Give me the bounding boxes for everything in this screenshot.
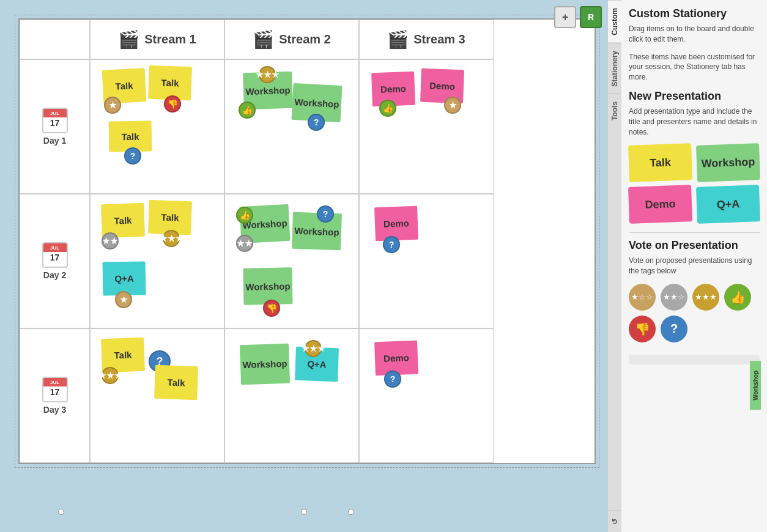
resize-handle-br[interactable] — [348, 509, 354, 515]
demo-sticky-4[interactable]: Demo — [374, 341, 418, 375]
film-icon-2: 🎬 — [253, 29, 274, 50]
cell-day3-stream3[interactable]: Demo ? — [359, 328, 494, 463]
cell-day1-stream3[interactable]: Demo 👍 Demo ★ — [359, 59, 494, 194]
calendar-num-day3: 17 — [50, 388, 60, 396]
calendar-num-day2: 17 — [50, 253, 60, 262]
stars1-badge-2[interactable]: ★ — [444, 97, 461, 114]
vote-badge-thumbdown[interactable]: 👎 — [629, 316, 656, 342]
stream-1-header: 🎬 Stream 1 — [90, 20, 224, 59]
question-badge-1[interactable]: ? — [124, 147, 141, 164]
cell-day1-stream1[interactable]: Talk ★ Talk 👎 Talk ? — [90, 59, 224, 194]
vote-badge-2star[interactable]: ★★☆ — [661, 284, 687, 311]
resize-handle-bc[interactable] — [301, 509, 307, 515]
vote-badge-1star[interactable]: ★☆☆ — [629, 284, 656, 311]
day-3-label: Day 3 — [43, 405, 66, 415]
new-presentation-desc: Add presentation type and include the ti… — [629, 106, 760, 137]
stream-2-label: Stream 2 — [279, 32, 331, 46]
stream-3-header: 🎬 Stream 3 — [359, 20, 494, 59]
board-area: + R 🎬 Stream 1 🎬 Stream 2 🎬 Stream 3 JUL… — [0, 0, 608, 532]
cell-day1-stream2[interactable]: Workshop ★★★ 👍 Workshop ? — [224, 59, 359, 194]
vote-badge-thumbup[interactable]: 👍 — [724, 284, 751, 311]
thumbup-badge-1[interactable]: 👍 — [239, 102, 256, 119]
toolbar: + R — [554, 6, 602, 28]
day-1-cell: JUL 17 Day 1 — [20, 59, 90, 194]
stationery-grid: Talk Workshop Demo Q+A — [629, 144, 760, 223]
day-3-cell: JUL 17 Day 3 — [20, 328, 90, 463]
day-2-cell: JUL 17 Day 2 — [20, 194, 90, 328]
stars-badge-1[interactable]: ★ — [104, 97, 121, 114]
talk-sticky-7[interactable]: Talk — [154, 365, 198, 400]
new-presentation-title: New Presentation — [629, 90, 760, 103]
calendar-month-day2: JUL — [43, 243, 67, 252]
day-1-label: Day 1 — [43, 136, 66, 146]
workshop-sticky-4[interactable]: Workshop — [292, 212, 342, 251]
stationery-demo[interactable]: Demo — [628, 185, 692, 224]
vote-badge-3star[interactable]: ★★★ — [692, 284, 719, 311]
resize-handle-bl[interactable] — [58, 509, 64, 515]
tab-stationery[interactable]: Stationery — [608, 43, 621, 94]
cell-day2-stream2[interactable]: Workshop 👍 ★★ Workshop ? Workshop 👎 — [224, 194, 359, 328]
sidebar-content: Custom Stationery Drag items on to the b… — [621, 0, 767, 532]
workshop-side-label: Workshop — [750, 361, 761, 410]
vote-title: Vote on Presentation — [629, 239, 760, 252]
day-2-label: Day 2 — [43, 270, 66, 280]
stationery-talk[interactable]: Talk — [628, 144, 692, 183]
calendar-icon-day2: JUL 17 — [42, 242, 68, 268]
custom-stationery-desc2: These items have been customised for you… — [629, 52, 760, 83]
cell-day2-stream1[interactable]: Talk ★★ Talk ★★★ Q+A ★ — [90, 194, 224, 328]
vote-badges-container: ★☆☆ ★★☆ ★★★ 👍 👎 ? — [629, 284, 760, 342]
custom-stationery-title: Custom Stationery — [629, 7, 760, 20]
thumbdown-badge-1[interactable]: 👎 — [164, 95, 181, 113]
tab-custom[interactable]: Custom — [608, 0, 621, 43]
question-badge-2[interactable]: ? — [308, 114, 325, 131]
demo-sticky-3[interactable]: Demo — [374, 206, 418, 241]
stars3-badge-2[interactable]: ★★★ — [163, 230, 180, 247]
stars3-badge-1[interactable]: ★★★ — [259, 66, 276, 83]
tab-undo[interactable]: ↺ — [608, 511, 621, 532]
workshop-sticky-5[interactable]: Workshop — [243, 267, 292, 305]
calendar-month-day1: JUL — [43, 109, 67, 117]
stars2-badge-2[interactable]: ★★ — [236, 235, 253, 252]
thumbup-badge-3[interactable]: 👍 — [236, 207, 253, 224]
question-badge-6[interactable]: ? — [384, 371, 401, 388]
stationery-workshop[interactable]: Workshop — [696, 144, 760, 183]
calendar-num-day1: 17 — [50, 119, 60, 127]
stars3-badge-4[interactable]: ★★★ — [305, 340, 322, 357]
right-sidebar: Custom Stationery Tools ↺ Custom Station… — [608, 0, 767, 532]
cell-day3-stream2[interactable]: Workshop Q+A ★★★ — [224, 328, 359, 463]
corner-cell — [20, 20, 90, 59]
cell-day2-stream3[interactable]: Demo ? — [359, 194, 494, 328]
stationery-qa[interactable]: Q+A — [696, 185, 760, 224]
tab-tools[interactable]: Tools — [608, 94, 621, 128]
reset-button[interactable]: R — [580, 6, 602, 28]
calendar-icon-day3: JUL 17 — [42, 377, 68, 402]
workshop-note: Workshop — [629, 355, 760, 364]
stream-3-label: Stream 3 — [413, 32, 465, 46]
thumbup-badge-2[interactable]: 👍 — [379, 100, 396, 117]
cell-day3-stream1[interactable]: Talk ★★★ ? Talk — [90, 328, 224, 463]
sidebar-divider — [629, 232, 760, 233]
question-badge-4[interactable]: ? — [383, 236, 400, 253]
question-badge-3[interactable]: ? — [317, 205, 334, 223]
calendar-icon-day1: JUL 17 — [42, 108, 68, 133]
film-icon-1: 🎬 — [118, 29, 139, 50]
vote-badge-question[interactable]: ? — [661, 316, 687, 342]
stars3-badge-3[interactable]: ★★★ — [102, 367, 119, 384]
workshop-sticky-6[interactable]: Workshop — [240, 344, 290, 385]
vote-desc: Vote on proposed presentations using the… — [629, 256, 760, 276]
custom-stationery-desc1: Drag items on to the board and double cl… — [629, 24, 760, 45]
film-icon-3: 🎬 — [387, 29, 409, 50]
stars2-badge-1[interactable]: ★★ — [102, 232, 119, 249]
add-button[interactable]: + — [554, 6, 576, 28]
stars1-badge-3[interactable]: ★ — [115, 291, 132, 308]
calendar-month-day3: JUL — [43, 378, 67, 386]
thumbdown-badge-2[interactable]: 👎 — [263, 300, 280, 317]
stream-2-header: 🎬 Stream 2 — [224, 20, 359, 59]
side-tabs: Custom Stationery Tools ↺ — [608, 0, 621, 532]
schedule-grid: 🎬 Stream 1 🎬 Stream 2 🎬 Stream 3 JUL 17 … — [18, 18, 596, 464]
stream-1-label: Stream 1 — [144, 32, 196, 46]
